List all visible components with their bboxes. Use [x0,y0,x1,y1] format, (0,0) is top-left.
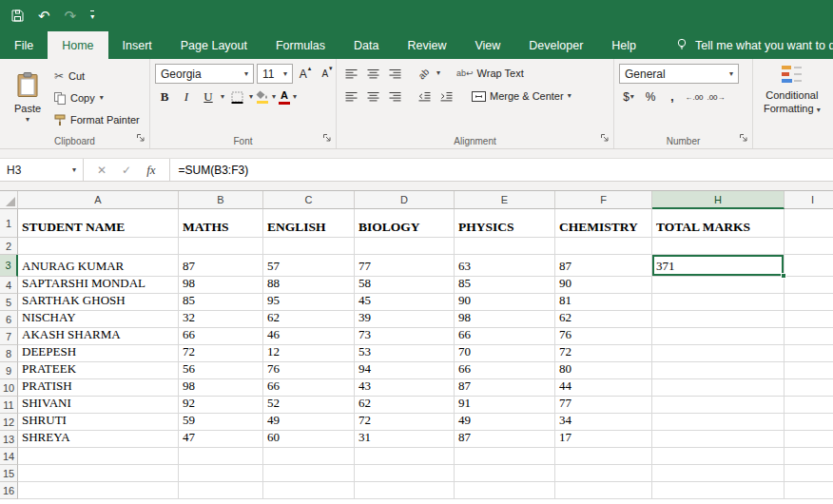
underline-dropdown-icon[interactable]: ▾ [221,93,224,101]
cell-F14[interactable] [555,448,652,465]
cell-H8[interactable] [652,345,785,362]
cell-F11[interactable]: 77 [555,397,652,414]
row-header-3[interactable]: 3 [0,255,18,277]
accounting-dropdown-icon[interactable]: ▾ [630,93,634,101]
cell-E2[interactable] [455,238,555,255]
fill-color-button[interactable] [256,90,269,104]
fill-handle[interactable] [781,273,786,279]
cell-F4[interactable]: 90 [555,277,652,294]
cell-I10[interactable] [785,379,833,397]
cell-B13[interactable]: 47 [179,431,263,448]
merge-dropdown-icon[interactable]: ▾ [568,92,571,100]
cell-B5[interactable]: 85 [179,294,263,311]
cell-A10[interactable]: PRATISH [18,379,179,397]
column-header-H[interactable]: H [652,191,785,209]
cell-H11[interactable] [652,397,785,414]
cell-F16[interactable] [555,482,652,499]
font-name-combo[interactable]: Georgia ▾ [155,64,254,84]
ribbon-tab-developer[interactable]: Developer [514,31,597,59]
cell-D12[interactable]: 72 [355,414,455,431]
cell-I13[interactable] [785,431,833,448]
number-format-dropdown-icon[interactable]: ▾ [729,70,733,78]
column-header-D[interactable]: D [355,191,455,209]
cell-I4[interactable] [785,277,833,294]
cell-C15[interactable] [263,465,355,482]
orientation-dropdown-icon[interactable]: ▾ [436,69,440,77]
cell-F6[interactable]: 62 [555,311,652,328]
cell-H14[interactable] [652,448,785,465]
cell-H9[interactable] [652,362,785,379]
underline-button[interactable]: U [199,87,218,107]
bold-button[interactable]: B [155,87,174,107]
cell-E11[interactable]: 91 [455,397,555,414]
row-header-9[interactable]: 9 [0,362,18,379]
enter-button[interactable]: ✓ [122,164,131,177]
name-box-dropdown-icon[interactable]: ▾ [72,166,76,174]
cell-I14[interactable] [785,448,833,465]
cell-D14[interactable] [355,448,455,465]
ribbon-tab-page-layout[interactable]: Page Layout [166,31,262,59]
cell-H5[interactable] [652,294,785,311]
cell-C1[interactable]: ENGLISH [263,209,355,238]
middle-align-button[interactable] [363,64,382,83]
column-header-I[interactable]: I [785,191,833,209]
cell-B11[interactable]: 92 [179,397,263,414]
cell-F10[interactable]: 44 [555,379,652,397]
cell-A9[interactable]: PRATEEK [18,362,179,379]
cell-E3[interactable]: 63 [455,255,555,277]
cell-H2[interactable] [652,238,785,255]
cell-F1[interactable]: CHEMISTRY [555,209,652,238]
row-header-12[interactable]: 12 [0,414,18,431]
align-left-button[interactable] [341,87,360,106]
cell-B6[interactable]: 32 [179,311,263,328]
fill-color-dropdown-icon[interactable]: ▾ [272,93,276,101]
cell-C12[interactable]: 49 [263,414,355,431]
cell-F15[interactable] [555,465,652,482]
cell-E6[interactable]: 98 [455,311,555,328]
cell-D2[interactable] [355,238,455,255]
ribbon-tab-help[interactable]: Help [597,31,650,59]
cell-F9[interactable]: 80 [555,362,652,379]
cell-E16[interactable] [455,482,555,499]
cell-A12[interactable]: SHRUTI [18,414,179,431]
cell-C11[interactable]: 52 [263,397,355,414]
row-header-5[interactable]: 5 [0,294,18,311]
format-painter-button[interactable]: Format Painter [54,111,140,128]
increase-font-size-button[interactable]: A▴ [296,65,315,84]
copy-button[interactable]: Copy ▾ [54,89,140,107]
cell-I9[interactable] [785,362,833,379]
cell-D3[interactable]: 77 [355,255,455,277]
accounting-format-button[interactable]: $ ▾ [619,87,638,107]
ribbon-tab-view[interactable]: View [460,31,514,59]
cell-H16[interactable] [652,482,785,499]
ribbon-tab-review[interactable]: Review [393,31,460,59]
cell-A13[interactable]: SHREYA [18,431,179,448]
tell-me-box[interactable]: Tell me what you want to do [675,31,833,59]
cell-C8[interactable]: 12 [263,345,355,362]
cell-H7[interactable] [652,328,785,345]
cell-I6[interactable] [785,311,833,328]
font-name-dropdown-icon[interactable]: ▾ [244,70,248,78]
cell-D5[interactable]: 45 [355,294,455,311]
conditional-formatting-button[interactable]: Conditional Formatting ▾ [758,63,826,133]
cell-D10[interactable]: 43 [355,379,455,397]
cell-I1[interactable] [785,209,833,238]
cell-D7[interactable]: 73 [355,328,455,345]
merge-and-center-button[interactable]: Merge & Center ▾ [472,87,571,106]
cell-E15[interactable] [455,465,555,482]
cell-B14[interactable] [179,448,263,465]
cell-H12[interactable] [652,414,785,431]
cell-I16[interactable] [785,482,833,499]
column-header-F[interactable]: F [555,191,652,209]
font-dialog-launcher[interactable] [322,132,332,145]
cell-B10[interactable]: 98 [179,379,263,397]
font-color-button[interactable]: A [279,90,290,105]
cell-H15[interactable] [652,465,785,482]
cell-D8[interactable]: 53 [355,345,455,362]
select-all-button[interactable] [0,191,18,209]
cell-C9[interactable]: 76 [263,362,355,379]
cell-I7[interactable] [785,328,833,345]
row-header-10[interactable]: 10 [0,379,18,397]
cell-H6[interactable] [652,311,785,328]
cell-H3[interactable]: 371 [652,255,785,277]
